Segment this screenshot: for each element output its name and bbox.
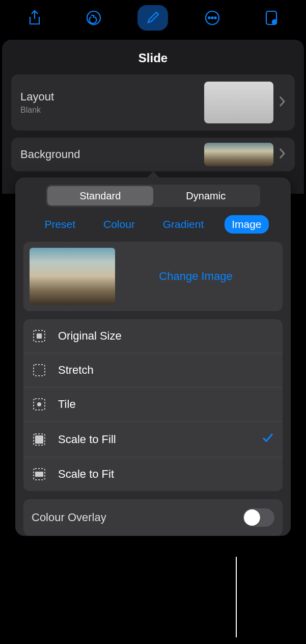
checkmark-icon	[261, 431, 274, 448]
tab-gradient[interactable]: Gradient	[156, 215, 211, 234]
scale-options-list: Original Size Stretch Tile Scale to Fill	[23, 319, 283, 491]
option-label: Scale to Fill	[58, 433, 261, 446]
scale-to-fill-icon	[32, 432, 47, 447]
colour-overlay-label: Colour Overlay	[32, 511, 243, 524]
chevron-right-icon	[279, 147, 286, 162]
undo-button[interactable]	[78, 5, 109, 31]
tab-colour[interactable]: Colour	[96, 215, 142, 234]
toolbar	[0, 0, 306, 36]
colour-overlay-switch[interactable]	[243, 508, 274, 527]
change-image-label: Change Image	[115, 270, 276, 283]
svg-point-4	[214, 17, 216, 18]
option-original-size[interactable]: Original Size	[23, 319, 283, 353]
svg-rect-10	[37, 333, 42, 339]
option-label: Tile	[58, 398, 274, 411]
layout-subtitle: Blank	[20, 106, 204, 115]
layout-label: Layout	[20, 90, 204, 104]
chevron-right-icon	[279, 95, 286, 110]
option-stretch[interactable]: Stretch	[23, 353, 283, 388]
tab-image[interactable]: Image	[225, 215, 268, 234]
fill-segment: Standard Dynamic	[46, 185, 260, 207]
presenter-view-button[interactable]	[256, 5, 287, 31]
layout-thumbnail	[204, 82, 273, 123]
svg-rect-11	[34, 365, 45, 376]
scale-to-fit-icon	[32, 467, 47, 482]
segment-dynamic[interactable]: Dynamic	[153, 186, 259, 205]
background-thumbnail	[204, 143, 273, 166]
segment-standard[interactable]: Standard	[47, 186, 153, 205]
option-scale-to-fit[interactable]: Scale to Fit	[23, 457, 283, 491]
svg-point-13	[37, 402, 41, 406]
original-size-icon	[32, 328, 47, 344]
option-scale-to-fill[interactable]: Scale to Fill	[23, 422, 283, 457]
tab-preset[interactable]: Preset	[37, 215, 82, 234]
panel-title: Slide	[2, 40, 304, 74]
tile-icon	[32, 397, 47, 412]
option-label: Stretch	[58, 364, 274, 377]
layout-row[interactable]: Layout Blank	[11, 74, 295, 131]
share-button[interactable]	[19, 5, 50, 31]
callout-line	[236, 557, 237, 637]
switch-knob	[244, 509, 260, 526]
option-label: Scale to Fit	[58, 468, 274, 481]
change-image-row[interactable]: Change Image	[23, 242, 283, 311]
svg-point-3	[211, 17, 213, 18]
fill-tabs: Preset Colour Gradient Image	[31, 215, 275, 234]
svg-point-2	[208, 17, 210, 18]
more-button[interactable]	[197, 5, 228, 31]
background-row[interactable]: Background	[11, 138, 295, 171]
option-label: Original Size	[58, 329, 274, 343]
background-label: Background	[20, 148, 204, 161]
option-tile[interactable]: Tile	[23, 388, 283, 422]
background-popup: Standard Dynamic Preset Colour Gradient …	[15, 177, 291, 536]
svg-rect-15	[35, 435, 43, 444]
slide-panel: Slide Layout Blank Background	[2, 40, 304, 194]
image-thumbnail	[30, 248, 115, 305]
svg-rect-17	[35, 472, 43, 477]
format-brush-button[interactable]	[137, 5, 168, 31]
svg-point-8	[273, 21, 275, 23]
stretch-icon	[32, 363, 47, 378]
colour-overlay-row: Colour Overlay	[23, 499, 283, 536]
